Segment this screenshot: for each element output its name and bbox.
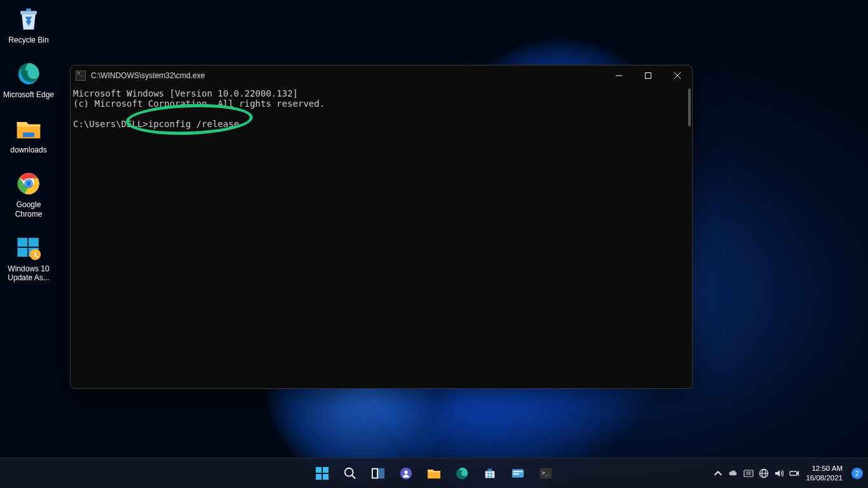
svg-rect-1 (23, 132, 34, 137)
desktop-icon-edge[interactable]: Microsoft Edge (3, 58, 55, 99)
cmd-output-line: Microsoft Windows [Version 10.0.22000.13… (73, 88, 298, 98)
minimize-button[interactable] (604, 65, 634, 86)
svg-rect-12 (646, 73, 651, 79)
clock-time: 12:50 AM (806, 464, 843, 473)
cmd-prompt: C:\Users\DELL> (73, 119, 148, 129)
clock-date: 16/08/2021 (806, 473, 843, 482)
desktop-icon-label: Google Chrome (3, 200, 55, 219)
edge-icon (13, 58, 44, 89)
desktop-icons: Recycle Bin Microsoft Edge downloads Goo… (3, 4, 60, 297)
desktop-icon-chrome[interactable]: Google Chrome (3, 168, 55, 219)
svg-rect-16 (323, 467, 329, 473)
cmd-command: ipconfig /release (148, 119, 239, 129)
cmd-icon (76, 71, 86, 81)
svg-rect-41 (790, 471, 797, 475)
search-button[interactable] (337, 461, 363, 486)
svg-rect-8 (18, 248, 28, 257)
svg-rect-15 (316, 467, 322, 473)
recycle-bin-icon (13, 4, 44, 34)
cmd-output-line: (c) Microsoft Corporation. All rights re… (73, 98, 325, 109)
svg-point-19 (345, 468, 353, 476)
terminal-scrollbar[interactable] (688, 88, 691, 126)
onedrive-icon[interactable] (728, 468, 738, 478)
svg-rect-29 (491, 475, 492, 477)
store-button[interactable] (477, 461, 503, 486)
desktop-icon-label: downloads (10, 146, 46, 154)
svg-line-20 (352, 475, 356, 478)
system-tray: 12:50 AM 16/08/2021 2 (713, 458, 863, 488)
chat-button[interactable] (393, 461, 419, 486)
svg-point-24 (404, 470, 408, 474)
windows-update-icon (13, 233, 44, 263)
notification-badge[interactable]: 2 (851, 468, 863, 479)
volume-icon[interactable] (774, 468, 784, 478)
task-view-button[interactable] (365, 461, 391, 486)
svg-rect-28 (487, 475, 489, 477)
folder-icon (13, 114, 44, 144)
svg-rect-18 (323, 474, 329, 480)
chrome-icon (13, 168, 44, 199)
svg-rect-21 (372, 468, 377, 478)
taskbar-center: >_ (309, 461, 559, 486)
maximize-button[interactable] (634, 65, 663, 86)
edge-button[interactable] (449, 461, 475, 486)
cmd-window[interactable]: C:\WINDOWS\system32\cmd.exe Microsoft Wi… (70, 65, 693, 389)
terminal-button[interactable]: >_ (533, 461, 559, 486)
desktop-icon-label: Recycle Bin (8, 36, 48, 44)
close-button[interactable] (663, 65, 692, 86)
svg-text:>_: >_ (542, 468, 550, 475)
svg-rect-26 (487, 473, 489, 475)
svg-rect-22 (379, 468, 384, 478)
desktop-icon-recycle-bin[interactable]: Recycle Bin (3, 4, 55, 44)
power-icon[interactable] (789, 468, 799, 478)
svg-rect-42 (797, 473, 798, 474)
file-explorer-button[interactable] (421, 461, 447, 486)
input-indicator-icon[interactable] (743, 468, 754, 478)
cmd-terminal[interactable]: Microsoft Windows [Version 10.0.22000.13… (71, 86, 692, 388)
svg-rect-17 (316, 474, 322, 480)
taskbar: >_ 12:50 AM 16/08/2021 2 (0, 458, 868, 488)
tray-overflow-icon[interactable] (713, 468, 723, 478)
svg-rect-31 (513, 471, 523, 472)
svg-rect-7 (29, 238, 39, 247)
svg-rect-32 (513, 473, 519, 475)
start-button[interactable] (309, 461, 335, 486)
svg-point-5 (26, 181, 31, 186)
svg-rect-6 (18, 238, 28, 247)
svg-rect-35 (744, 470, 753, 477)
desktop-icon-label: Microsoft Edge (3, 90, 54, 99)
desktop-icon-label: Windows 10 Update As... (3, 264, 55, 283)
network-icon[interactable] (759, 468, 769, 478)
svg-rect-27 (491, 473, 492, 475)
cmd-title: C:\WINDOWS\system32\cmd.exe (91, 71, 205, 80)
mail-button[interactable] (505, 461, 531, 486)
desktop-icon-downloads[interactable]: downloads (3, 114, 55, 154)
desktop-icon-win10-update[interactable]: Windows 10 Update As... (3, 233, 55, 283)
taskbar-clock[interactable]: 12:50 AM 16/08/2021 (806, 464, 843, 482)
cmd-titlebar[interactable]: C:\WINDOWS\system32\cmd.exe (71, 65, 692, 86)
